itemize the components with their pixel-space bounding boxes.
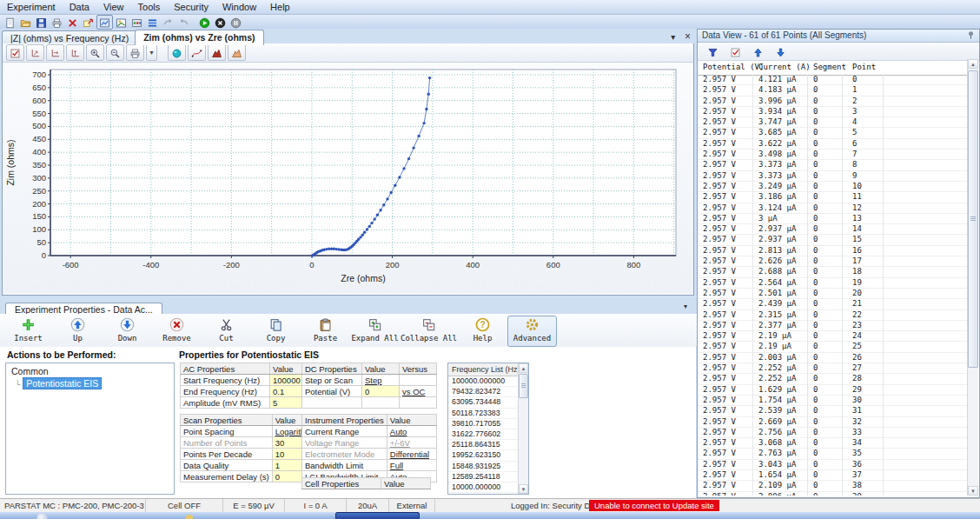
table-row[interactable]: 2.957 V2.756 µA033 bbox=[698, 428, 969, 438]
export-graph-button[interactable] bbox=[81, 16, 96, 29]
table-row[interactable]: 2.957 V2.19 µA025 bbox=[698, 342, 969, 352]
table-row[interactable]: 2.957 V2.539 µA031 bbox=[698, 406, 969, 416]
property-versus[interactable] bbox=[400, 397, 437, 409]
frequency-item[interactable]: 12589.254118 bbox=[448, 472, 519, 482]
move-point-down-button[interactable] bbox=[771, 44, 790, 58]
delete-button[interactable] bbox=[65, 16, 80, 29]
table-row[interactable]: 2.957 V2.252 µA028 bbox=[698, 374, 969, 384]
edit-points-button[interactable] bbox=[725, 44, 745, 58]
print-dropdown-icon[interactable]: ▼ bbox=[146, 44, 157, 61]
column-header-point[interactable]: Point bbox=[852, 63, 876, 71]
table-row[interactable]: 2.957 V1.654 µA037 bbox=[698, 470, 969, 481]
redo-button[interactable] bbox=[176, 16, 191, 29]
menu-tools[interactable]: Tools bbox=[131, 1, 168, 13]
table-row[interactable]: 2.957 V3.124 µA012 bbox=[698, 203, 969, 214]
experiment-panel-collapse-icon[interactable]: ▾ bbox=[684, 303, 687, 310]
table-row[interactable]: 2.957 V2.439 µA021 bbox=[698, 299, 969, 309]
undo-button[interactable] bbox=[161, 16, 175, 29]
axis-scale-y-button[interactable] bbox=[66, 44, 84, 61]
insert-button[interactable]: Insert bbox=[3, 316, 53, 347]
peak-outline-button[interactable] bbox=[228, 44, 246, 61]
menu-security[interactable]: Security bbox=[167, 1, 215, 13]
property-value[interactable]: Full bbox=[387, 460, 436, 471]
tree-item-potentiostatic-eis[interactable]: Potentiostatic EIS bbox=[23, 377, 102, 389]
column-header-current[interactable]: Current (A) bbox=[758, 63, 811, 71]
property-value[interactable]: 0 bbox=[362, 386, 400, 397]
frequency-item[interactable]: 10000.000000 bbox=[448, 482, 519, 493]
table-row[interactable]: 2.957 V2.109 µA038 bbox=[698, 481, 969, 491]
frequency-item[interactable]: 50118.723383 bbox=[448, 409, 519, 419]
peak-solid-button[interactable] bbox=[208, 44, 226, 61]
move-up-button[interactable]: Up bbox=[53, 316, 103, 347]
property-value[interactable]: 5 bbox=[270, 397, 306, 409]
frequency-item[interactable]: 79432.823472 bbox=[448, 387, 519, 397]
table-row[interactable]: 2.957 V2.252 µA027 bbox=[698, 363, 969, 374]
taskbar-active-button[interactable] bbox=[335, 512, 420, 519]
table-row[interactable]: 2.957 V3 µA013 bbox=[698, 214, 969, 224]
plot-tab-dropdown-icon[interactable]: ▾ bbox=[671, 32, 675, 42]
rotate-3d-button[interactable] bbox=[168, 44, 186, 61]
scroll-down-icon[interactable]: ▼ bbox=[968, 486, 978, 496]
table-row[interactable]: 2.957 V3.373 µA09 bbox=[698, 171, 969, 182]
view-graph-button[interactable] bbox=[114, 16, 129, 29]
table-row[interactable]: 2.957 V1.754 µA030 bbox=[698, 396, 969, 406]
frequency-item[interactable]: 100000.000000 bbox=[448, 376, 519, 387]
axis-scale-default-button[interactable] bbox=[26, 44, 44, 61]
print-button[interactable] bbox=[50, 16, 64, 29]
table-row[interactable]: 2.957 V4.183 µA01 bbox=[698, 85, 969, 96]
axis-scale-x-button[interactable] bbox=[46, 44, 64, 61]
tab-zim-ohms-vs-zre-ohms-[interactable]: Zim (ohms) vs Zre (ohms) bbox=[135, 30, 263, 45]
table-row[interactable]: 2.957 V2.501 µA020 bbox=[698, 289, 969, 299]
save-button[interactable] bbox=[34, 16, 49, 29]
frequency-item[interactable]: 19952.623150 bbox=[448, 450, 519, 461]
collapse-all-button[interactable]: Collapse All bbox=[400, 316, 458, 347]
move-point-up-button[interactable] bbox=[748, 44, 767, 58]
table-row[interactable]: 2.957 V2.937 µA015 bbox=[698, 235, 969, 245]
table-row[interactable]: 2.957 V2.688 µA018 bbox=[698, 267, 969, 277]
new-document-button[interactable] bbox=[3, 16, 17, 29]
frequency-item[interactable]: 15848.931925 bbox=[448, 462, 519, 472]
data-table-scrollbar[interactable]: ▲ ▼ bbox=[967, 59, 978, 496]
table-row[interactable]: 2.957 V3.043 µA036 bbox=[698, 460, 969, 470]
table-row[interactable]: 2.957 V3.622 µA06 bbox=[698, 139, 969, 150]
table-row[interactable]: 2.957 V2.813 µA016 bbox=[698, 246, 969, 256]
table-row[interactable]: 2.957 V2.315 µA022 bbox=[698, 310, 969, 321]
property-value[interactable]: Step bbox=[362, 375, 400, 386]
zoom-out-button[interactable] bbox=[106, 44, 124, 61]
table-row[interactable]: 2.957 V2.806 µA039 bbox=[698, 492, 969, 496]
remove-button[interactable]: Remove bbox=[152, 316, 202, 347]
table-row[interactable]: 2.957 V3.498 µA07 bbox=[698, 150, 969, 160]
column-header-segment[interactable]: Segment bbox=[813, 63, 846, 71]
table-row[interactable]: 2.957 V2.377 µA023 bbox=[698, 321, 969, 331]
run-experiment-button[interactable] bbox=[197, 16, 212, 29]
property-value[interactable]: Auto bbox=[387, 426, 436, 437]
taskbar-icon[interactable] bbox=[186, 515, 193, 519]
table-row[interactable]: 2.957 V3.934 µA03 bbox=[698, 107, 969, 117]
pause-experiment-button[interactable] bbox=[228, 16, 243, 29]
scroll-up-icon[interactable]: ▲ bbox=[519, 363, 528, 373]
frequency-item[interactable]: 63095.734448 bbox=[448, 397, 519, 408]
table-row[interactable]: 2.957 V2.763 µA035 bbox=[698, 449, 969, 459]
advanced-button[interactable]: Advanced bbox=[507, 316, 557, 347]
stop-experiment-button[interactable] bbox=[213, 16, 228, 29]
print-plot-button[interactable] bbox=[126, 44, 144, 61]
property-versus[interactable]: vs OC bbox=[400, 386, 437, 397]
plot-tab-close-icon[interactable]: × bbox=[685, 30, 691, 43]
table-row[interactable]: 2.957 V2.669 µA032 bbox=[698, 417, 969, 428]
plot-properties-button[interactable] bbox=[6, 44, 24, 61]
table-row[interactable]: 2.957 V2.626 µA017 bbox=[698, 256, 969, 267]
tab--z-ohms-vs-frequency-hz-[interactable]: |Z| (ohms) vs Frequency (Hz) bbox=[2, 30, 137, 44]
scroll-up-icon[interactable]: ▲ bbox=[968, 59, 978, 69]
frequency-list-scrollbar[interactable]: ▲ ▼ bbox=[518, 363, 528, 494]
property-value[interactable]: 0.1 bbox=[270, 386, 306, 397]
menu-experiment[interactable]: Experiment bbox=[0, 1, 63, 13]
property-versus[interactable] bbox=[400, 375, 437, 386]
menu-help[interactable]: Help bbox=[263, 1, 297, 13]
table-row[interactable]: 2.957 V3.373 µA08 bbox=[698, 160, 969, 170]
move-down-button[interactable]: Down bbox=[103, 316, 152, 347]
frequency-item[interactable]: 39810.717055 bbox=[448, 419, 519, 429]
zoom-in-button[interactable] bbox=[86, 44, 104, 61]
menu-data[interactable]: Data bbox=[63, 1, 96, 13]
menu-window[interactable]: Window bbox=[215, 1, 263, 13]
instrument-setup-button[interactable] bbox=[129, 16, 144, 29]
